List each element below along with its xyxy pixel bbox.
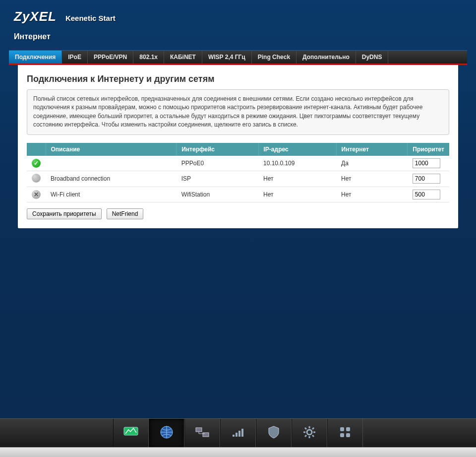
tab-802-1x[interactable]: 802.1x (133, 51, 164, 64)
priority-input[interactable] (413, 174, 440, 184)
svg-rect-2 (196, 428, 202, 432)
cell-description: Wi-Fi client (46, 187, 177, 202)
dot-icon (32, 174, 41, 183)
settings-icon (303, 426, 316, 440)
tab-дополнительно[interactable]: Дополнительно (297, 51, 356, 64)
tab-ipoe[interactable]: IPoE (62, 51, 88, 64)
cell-ip: 10.10.0.109 (258, 156, 336, 171)
cell-status: ✕ (27, 187, 46, 202)
cell-internet: Нет (336, 171, 408, 187)
cell-interface: ISP (177, 171, 258, 187)
main-panel: Подключения к Интернету и другим сетям П… (18, 65, 458, 228)
col-internet: Интернет (336, 143, 408, 156)
network-icon (195, 427, 210, 439)
apps-icon (339, 426, 351, 440)
col-priority: Приоритет (408, 143, 449, 156)
cell-ip: Нет (258, 187, 336, 202)
tab-ping-check[interactable]: Ping Check (252, 51, 297, 64)
svg-rect-18 (346, 427, 350, 431)
monitor-icon (123, 427, 138, 439)
cell-status (27, 171, 46, 187)
dock-settings[interactable] (292, 419, 327, 448)
netfriend-button[interactable]: NetFriend (107, 208, 144, 219)
table-row[interactable]: ✕Wi-Fi clientWifiStationНетНет (27, 187, 449, 202)
table-row[interactable]: Broadband connectionISPНетНет (27, 171, 449, 187)
connections-tbody: ✓PPPoE010.10.0.109ДаBroadband connection… (27, 156, 449, 202)
tabs: ПодключенияIPoEPPPoE/VPN802.1xКАБiNETWIS… (9, 50, 467, 65)
globe-icon (160, 425, 174, 441)
svg-rect-20 (346, 433, 350, 437)
svg-line-13 (305, 428, 306, 429)
check-icon: ✓ (32, 159, 41, 168)
firewall-icon (268, 426, 280, 440)
header: ZyXEL Keenetic Start Интернет (0, 0, 476, 45)
svg-line-14 (312, 435, 314, 437)
col-description: Описание (46, 143, 177, 156)
cell-internet: Да (336, 156, 408, 171)
dock-apps[interactable] (327, 419, 363, 448)
panel-title: Подключения к Интернету и другим сетям (27, 74, 449, 84)
cell-description: Broadband connection (46, 171, 177, 187)
cell-status: ✓ (27, 156, 46, 171)
brand-logo: ZyXEL (14, 9, 57, 24)
section-title: Интернет (14, 32, 462, 41)
svg-rect-3 (203, 433, 209, 437)
cell-priority (408, 156, 449, 171)
info-text: Полный список сетевых интерфейсов, предн… (27, 89, 449, 135)
wifi-icon (231, 427, 245, 439)
tab-кабinet[interactable]: КАБiNET (164, 51, 202, 64)
tabs-container: ПодключенияIPoEPPPoE/VPN802.1xКАБiNETWIS… (9, 50, 467, 228)
tab-dydns[interactable]: DyDNS (356, 51, 389, 64)
dock (0, 418, 476, 447)
tab-подключения[interactable]: Подключения (9, 51, 62, 64)
priority-input[interactable] (413, 158, 440, 168)
save-priorities-button[interactable]: Сохранить приоритеты (27, 208, 102, 219)
dock-wifi[interactable] (220, 419, 256, 448)
os-taskbar (0, 447, 476, 457)
cell-priority (408, 171, 449, 187)
dock-globe[interactable] (149, 419, 184, 448)
svg-line-16 (305, 435, 306, 437)
dock-monitor[interactable] (113, 419, 149, 448)
svg-rect-4 (233, 435, 235, 437)
priority-input[interactable] (413, 190, 440, 199)
col-interface: Интерфейс (177, 143, 258, 156)
button-row: Сохранить приоритеты NetFriend (27, 208, 449, 219)
model-name: Keenetic Start (65, 14, 116, 22)
tab-wisp-2-4-ггц[interactable]: WISP 2,4 ГГц (202, 51, 252, 64)
svg-line-15 (312, 428, 314, 429)
cell-priority (408, 187, 449, 202)
table-row[interactable]: ✓PPPoE010.10.0.109Да (27, 156, 449, 171)
cell-description (46, 156, 177, 171)
connections-table: Описание Интерфейс IP-адрес Интернет При… (27, 143, 449, 202)
svg-rect-6 (238, 431, 240, 437)
cell-ip: Нет (258, 171, 336, 187)
cell-interface: PPPoE0 (177, 156, 258, 171)
svg-rect-17 (340, 427, 344, 431)
svg-point-8 (307, 430, 312, 435)
dock-network[interactable] (184, 419, 220, 448)
svg-rect-7 (241, 429, 243, 437)
svg-rect-5 (236, 433, 238, 437)
cross-icon: ✕ (32, 190, 41, 199)
cell-internet: Нет (336, 187, 408, 202)
dock-firewall[interactable] (256, 419, 292, 448)
tab-pppoe-vpn[interactable]: PPPoE/VPN (88, 51, 133, 64)
cell-interface: WifiStation (177, 187, 258, 202)
col-ip: IP-адрес (258, 143, 336, 156)
svg-rect-19 (340, 433, 344, 437)
col-status (27, 143, 46, 156)
